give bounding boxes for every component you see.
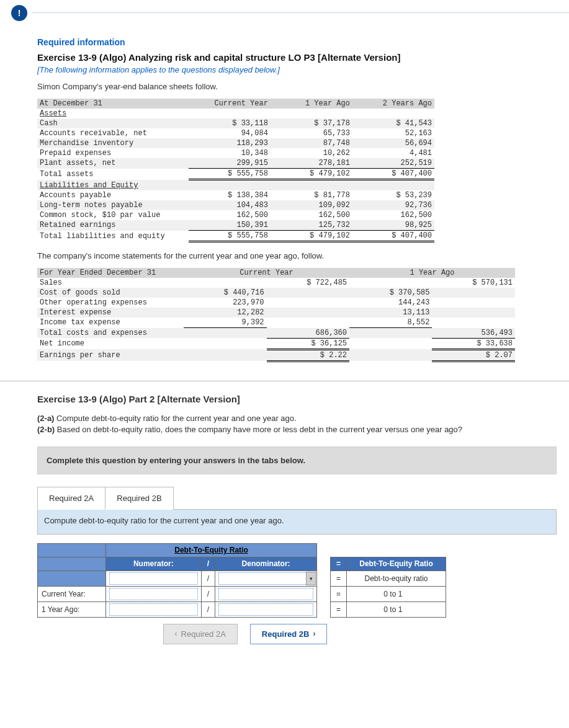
denominator-cy-input[interactable] xyxy=(219,588,313,600)
intro-text: Simon Company's year-end balance sheets … xyxy=(37,82,557,91)
prev-button[interactable]: ‹ Required 2A xyxy=(163,624,238,644)
prev-label: Required 2A xyxy=(181,629,226,639)
is-totalexp-1y: 536,493 xyxy=(432,328,515,339)
tab-required-2b[interactable]: Required 2B xyxy=(105,487,173,510)
bs-row-label: Accounts receivable, net xyxy=(37,128,189,138)
to1-label: to 1 xyxy=(390,590,402,598)
exercise-title: Exercise 13-9 (Algo) Analyzing risk and … xyxy=(37,52,557,63)
context-note: [The following information applies to th… xyxy=(37,65,557,74)
slash-cell: / xyxy=(201,601,215,617)
is-totalexp-cy: 686,360 xyxy=(267,328,349,339)
bs-cell: $ 138,384 xyxy=(189,190,271,200)
chevron-down-icon[interactable]: ▾ xyxy=(306,572,316,585)
bs-row-label: Retained earnings xyxy=(37,220,189,231)
numerator-select[interactable] xyxy=(110,573,197,584)
bs-total-le-label: Total liabilities and equity xyxy=(37,231,189,242)
complete-instruction: Complete this question by entering your … xyxy=(37,446,557,474)
assets-section: Assets xyxy=(37,109,434,118)
is-row-label: Interest expense xyxy=(37,308,184,317)
slash-hdr: / xyxy=(201,557,215,570)
is-eps-1y: $ 2.07 xyxy=(432,349,515,361)
is-cell: $ 370,585 xyxy=(349,288,432,298)
bs-cell: 65,733 xyxy=(271,128,352,138)
bs-row-label: Common stock, $10 par value xyxy=(37,210,189,220)
is-totalexp-label: Total costs and expenses xyxy=(37,328,184,339)
bs-hdr-1y: 1 Year Ago xyxy=(271,99,352,109)
bs-cell: 125,732 xyxy=(271,220,352,231)
eq-cell: = xyxy=(331,601,347,617)
is-row-label: Other operating expenses xyxy=(37,298,184,308)
top-divider xyxy=(32,12,569,13)
is-netincome-label: Net income xyxy=(37,338,184,349)
bs-cell: 94,084 xyxy=(189,128,271,138)
denominator-hdr: Denominator: xyxy=(215,557,317,570)
denominator-select[interactable] xyxy=(219,573,313,584)
bs-total-le: $ 479,102 xyxy=(271,231,352,242)
bs-cell: 162,500 xyxy=(352,210,434,220)
next-label: Required 2B xyxy=(262,629,310,639)
slash-cell: / xyxy=(201,586,215,601)
eq-hdr: = xyxy=(331,557,347,570)
eq-cell: = xyxy=(331,586,347,601)
ratio-title: Debt-To-Equity Ratio xyxy=(106,543,317,557)
bs-cell: 52,163 xyxy=(352,128,434,138)
q2a-label: (2-a) xyxy=(37,414,54,423)
to1-label: to 1 xyxy=(390,605,402,614)
bs-total-le: $ 407,400 xyxy=(352,231,434,242)
bs-row-label: Long-term notes payable xyxy=(37,200,189,210)
bs-cell: 150,391 xyxy=(189,220,271,231)
bs-cell: 4,481 xyxy=(352,148,434,158)
numerator-cy-input[interactable] xyxy=(110,588,197,600)
current-year-label: Current Year: xyxy=(38,586,106,601)
is-cell: 12,282 xyxy=(184,308,266,317)
bs-row-label: Accounts payable xyxy=(37,190,189,200)
answer-table: Debt-To-Equity Ratio Numerator: / Denomi… xyxy=(37,543,446,618)
ratio-ya-value: 0 xyxy=(351,605,388,614)
year-ago-label: 1 Year Ago: xyxy=(38,601,106,617)
q2b-text: Based on debt-to-equity ratio, does the … xyxy=(55,425,462,434)
bs-cell: 162,500 xyxy=(271,210,352,220)
tab-required-2a[interactable]: Required 2A xyxy=(37,487,105,510)
is-cell: 144,243 xyxy=(349,298,432,308)
q2a-text: Compute debt-to-equity ratio for the cur… xyxy=(54,414,296,423)
question-text: (2-a) Compute debt-to-equity ratio for t… xyxy=(37,413,557,435)
ratio-cy-value: 0 xyxy=(351,590,388,598)
is-eps-cy: $ 2.22 xyxy=(267,349,349,361)
ratio-hdr: Debt-To-Equity Ratio xyxy=(347,557,446,570)
is-netincome-cy: $ 36,125 xyxy=(267,338,349,349)
bs-cell: 278,181 xyxy=(271,158,352,169)
is-sales-cy: $ 722,485 xyxy=(267,278,349,288)
bs-row-label: Prepaid expenses xyxy=(37,148,189,158)
balance-sheet-table: At December 31 Current Year 1 Year Ago 2… xyxy=(37,99,434,242)
bs-cell: $ 41,543 xyxy=(352,118,434,128)
bs-total-le: $ 555,758 xyxy=(189,231,271,242)
is-cell: 13,113 xyxy=(349,308,432,317)
bs-row-label: Merchandise inventory xyxy=(37,138,189,148)
ratio-row-label: Debt-to-equity ratio xyxy=(347,570,446,586)
bs-total-assets: $ 479,102 xyxy=(271,169,352,180)
is-cell: 9,392 xyxy=(184,317,266,328)
denominator-ya-input[interactable] xyxy=(219,604,313,615)
bs-cell: 92,736 xyxy=(352,200,434,210)
bs-total-assets: $ 407,400 xyxy=(352,169,434,180)
is-eps-label: Earnings per share xyxy=(37,349,184,361)
is-sales-label: Sales xyxy=(37,278,184,288)
bs-cell: 98,925 xyxy=(352,220,434,231)
is-cell: $ 440,716 xyxy=(184,288,266,298)
bs-row-label: Cash xyxy=(37,118,189,128)
bs-cell: 10,262 xyxy=(271,148,352,158)
bs-cell: 162,500 xyxy=(189,210,271,220)
income-intro: The company's income statements for the … xyxy=(37,251,557,260)
is-cell: 8,552 xyxy=(349,317,432,328)
numerator-hdr: Numerator: xyxy=(106,557,202,570)
bs-cell: 104,483 xyxy=(189,200,271,210)
bs-cell: $ 81,778 xyxy=(271,190,352,200)
next-button[interactable]: Required 2B › xyxy=(250,624,328,644)
numerator-ya-input[interactable] xyxy=(110,604,197,615)
bs-cell: $ 53,239 xyxy=(352,190,434,200)
income-table: For Year Ended December 31 Current Year … xyxy=(37,268,515,362)
is-hdr-date: For Year Ended December 31 xyxy=(37,268,184,278)
bs-hdr-2y: 2 Years Ago xyxy=(352,99,434,109)
is-sales-1y: $ 570,131 xyxy=(432,278,515,288)
bs-cell: 299,915 xyxy=(189,158,271,169)
